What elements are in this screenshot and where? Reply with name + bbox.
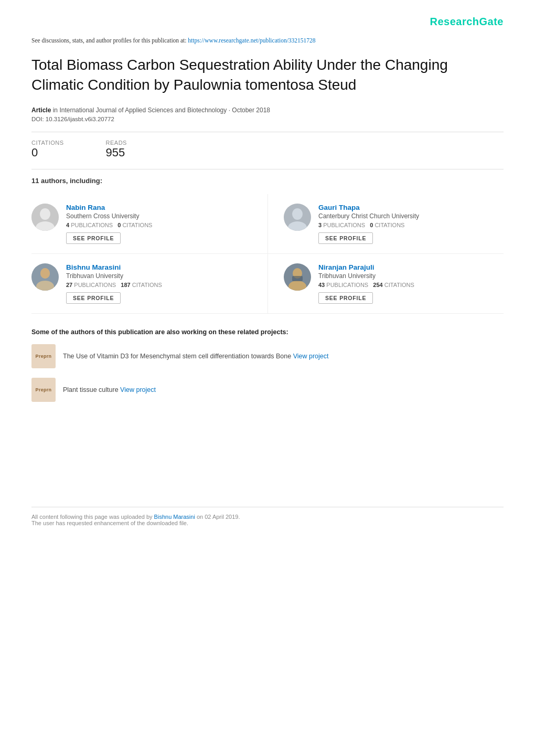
see-profile-button-niranjan-parajuli[interactable]: SEE PROFILE: [318, 292, 373, 304]
author-university-gauri-thapa: Canterbury Christ Church University: [318, 212, 419, 220]
niranjan-publications-count: 43: [318, 282, 325, 288]
author-university-nabin-rana: Southern Cross University: [66, 212, 152, 220]
article-type: Article: [31, 107, 51, 114]
see-profile-button-nabin-rana[interactable]: SEE PROFILE: [66, 232, 121, 244]
see-profile-button-gauri-thapa[interactable]: SEE PROFILE: [318, 232, 373, 244]
author-info-nabin-rana: Nabin Rana Southern Cross University 4 P…: [66, 204, 152, 244]
avatar-photo-bishnu-marasini: [31, 263, 59, 291]
project-description-vitamin-d3: The Use of Vitamin D3 for Mesenchymal st…: [63, 353, 293, 360]
avatar-niranjan-parajuli: [284, 263, 311, 291]
project-item-vitamin-d3: Preprn The Use of Vitamin D3 for Mesench…: [31, 344, 504, 368]
reads-value: 955: [106, 146, 127, 159]
avatar-silhouette-nabin-rana: [31, 204, 59, 231]
nabin-citations-count: 0: [117, 222, 121, 228]
author-name-niranjan-parajuli[interactable]: Niranjan Parajuli: [318, 263, 414, 271]
uploader-name-link[interactable]: Bishnu Marasini: [154, 514, 195, 520]
gauri-publications-count: 3: [318, 222, 322, 228]
author-card-nabin-rana: Nabin Rana Southern Cross University 4 P…: [31, 194, 268, 254]
view-project-link-plant-tissue[interactable]: View project: [120, 386, 156, 393]
svg-point-4: [292, 208, 303, 220]
stats-divider: [31, 132, 504, 132]
author-info-gauri-thapa: Gauri Thapa Canterbury Christ Church Uni…: [318, 204, 419, 244]
avatar-silhouette-gauri-thapa: [284, 204, 311, 231]
niranjan-citations-label: CITATIONS: [384, 282, 414, 288]
journal-name: International Journal of Applied Science…: [59, 107, 227, 114]
citations-label: CITATIONS: [31, 140, 64, 146]
paper-title: Total Biomass Carbon Sequestration Abili…: [31, 55, 504, 95]
project-text-vitamin-d3: The Use of Vitamin D3 for Mesenchymal st…: [63, 353, 329, 360]
upload-date: on 02 April 2019.: [197, 514, 240, 520]
article-meta: Article in International Journal of Appl…: [31, 107, 504, 114]
nabin-publications-label: PUBLICATIONS: [71, 222, 113, 228]
project-thumb-vitamin-d3: Preprn: [31, 344, 56, 368]
svg-point-9: [40, 268, 50, 279]
bishnu-citations-count: 187: [121, 282, 130, 288]
author-stats-gauri-thapa: 3 PUBLICATIONS 0 CITATIONS: [318, 222, 419, 228]
doi-line: DOI: 10.3126/ijasbt.v6i3.20772: [31, 116, 504, 122]
author-university-bishnu-marasini: Tribhuvan University: [66, 272, 162, 280]
bishnu-publications-label: PUBLICATIONS: [74, 282, 116, 288]
footer: All content following this page was uplo…: [31, 507, 504, 526]
bishnu-publications-count: 27: [66, 282, 72, 288]
svg-point-1: [40, 208, 50, 220]
gauri-publications-label: PUBLICATIONS: [323, 222, 365, 228]
stats-row: CITATIONS 0 READS 955: [31, 140, 504, 159]
top-bar: ResearchGate: [31, 16, 504, 28]
view-project-link-vitamin-d3[interactable]: View project: [293, 353, 329, 360]
avatar-photo-niranjan-parajuli: [284, 263, 311, 291]
nabin-citations-label: CITATIONS: [122, 222, 152, 228]
see-discussions-bar: See discussions, stats, and author profi…: [31, 37, 504, 44]
footer-upload-line: All content following this page was uplo…: [31, 514, 504, 520]
related-projects-heading: Some of the authors of this publication …: [31, 328, 504, 336]
author-stats-nabin-rana: 4 PUBLICATIONS 0 CITATIONS: [66, 222, 152, 228]
reads-block: READS 955: [106, 140, 127, 159]
related-projects-section: Some of the authors of this publication …: [31, 328, 504, 402]
author-stats-bishnu-marasini: 27 PUBLICATIONS 187 CITATIONS: [66, 282, 162, 288]
upload-text: All content following this page was uplo…: [31, 514, 154, 520]
project-item-plant-tissue: Preprn Plant tissue culture View project: [31, 378, 504, 402]
niranjan-publications-label: PUBLICATIONS: [326, 282, 368, 288]
niranjan-citations-count: 254: [373, 282, 382, 288]
author-stats-niranjan-parajuli: 43 PUBLICATIONS 254 CITATIONS: [318, 282, 414, 288]
authors-heading: 11 authors, including:: [31, 177, 504, 185]
citations-block: CITATIONS 0: [31, 140, 64, 159]
author-info-niranjan-parajuli: Niranjan Parajuli Tribhuvan University 4…: [318, 263, 414, 304]
svg-rect-13: [292, 276, 303, 281]
footer-enhancement-line: The user has requested enhancement of th…: [31, 520, 504, 526]
authors-divider: [31, 169, 504, 169]
gauri-citations-count: 0: [370, 222, 373, 228]
authors-grid: Nabin Rana Southern Cross University 4 P…: [31, 194, 504, 314]
see-discussions-text: See discussions, stats, and author profi…: [31, 37, 188, 44]
nabin-publications-count: 4: [66, 222, 69, 228]
avatar-nabin-rana: [31, 204, 59, 231]
project-thumb-plant-tissue: Preprn: [31, 378, 56, 402]
author-card-bishnu-marasini: Bishnu Marasini Tribhuvan University 27 …: [31, 254, 268, 314]
author-info-bishnu-marasini: Bishnu Marasini Tribhuvan University 27 …: [66, 263, 162, 304]
article-date: October 2018: [232, 107, 270, 114]
publication-url-link[interactable]: https://www.researchgate.net/publication…: [188, 37, 315, 44]
citations-value: 0: [31, 146, 64, 159]
researchgate-logo: ResearchGate: [430, 16, 504, 27]
author-name-nabin-rana[interactable]: Nabin Rana: [66, 204, 152, 211]
project-text-plant-tissue: Plant tissue culture View project: [63, 386, 156, 393]
see-profile-button-bishnu-marasini[interactable]: SEE PROFILE: [66, 292, 121, 304]
author-name-gauri-thapa[interactable]: Gauri Thapa: [318, 204, 419, 211]
author-card-gauri-thapa: Gauri Thapa Canterbury Christ Church Uni…: [268, 194, 504, 254]
gauri-citations-label: CITATIONS: [374, 222, 404, 228]
author-university-niranjan-parajuli: Tribhuvan University: [318, 272, 414, 280]
avatar-bishnu-marasini: [31, 263, 59, 291]
project-description-plant-tissue: Plant tissue culture: [63, 386, 120, 393]
reads-label: READS: [106, 140, 127, 146]
bishnu-citations-label: CITATIONS: [132, 282, 162, 288]
author-card-niranjan-parajuli: Niranjan Parajuli Tribhuvan University 4…: [268, 254, 504, 314]
author-name-bishnu-marasini[interactable]: Bishnu Marasini: [66, 263, 162, 271]
avatar-gauri-thapa: [284, 204, 311, 231]
